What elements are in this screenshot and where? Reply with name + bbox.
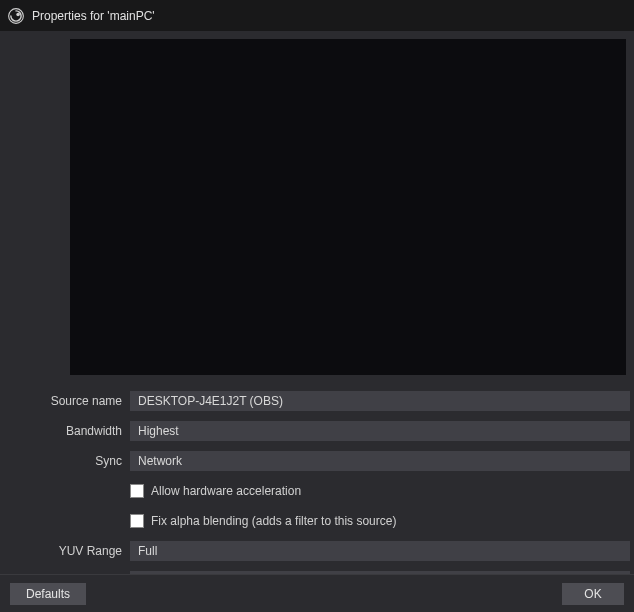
bandwidth-value: Highest (138, 424, 179, 438)
svg-point-1 (16, 12, 20, 16)
alpha-fix-checkbox[interactable] (130, 514, 144, 528)
alpha-fix-checkbox-row[interactable]: Fix alpha blending (adds a filter to thi… (130, 511, 630, 531)
preview-sidebar (10, 39, 70, 375)
ok-button[interactable]: OK (562, 583, 624, 605)
preview-canvas[interactable] (70, 39, 626, 375)
hw-accel-checkbox-row[interactable]: Allow hardware acceleration (130, 481, 630, 501)
yuv-range-label: YUV Range (10, 544, 130, 558)
defaults-button[interactable]: Defaults (10, 583, 86, 605)
obs-icon (8, 8, 24, 24)
bandwidth-label: Bandwidth (10, 424, 130, 438)
alpha-fix-label: Fix alpha blending (adds a filter to thi… (151, 514, 396, 528)
source-name-select[interactable]: DESKTOP-J4E1J2T (OBS) (130, 391, 630, 411)
yuv-range-select[interactable]: Full (130, 541, 630, 561)
titlebar: Properties for 'mainPC' (0, 0, 634, 31)
yuv-range-value: Full (138, 544, 157, 558)
hw-accel-label: Allow hardware acceleration (151, 484, 301, 498)
sync-label: Sync (10, 454, 130, 468)
source-name-label: Source name (10, 394, 130, 408)
bottom-bar: Defaults OK (0, 574, 634, 612)
bandwidth-select[interactable]: Highest (130, 421, 630, 441)
preview-area (10, 39, 632, 375)
sync-value: Network (138, 454, 182, 468)
source-name-value: DESKTOP-J4E1J2T (OBS) (138, 394, 283, 408)
hw-accel-checkbox[interactable] (130, 484, 144, 498)
sync-select[interactable]: Network (130, 451, 630, 471)
window-title: Properties for 'mainPC' (32, 9, 155, 23)
